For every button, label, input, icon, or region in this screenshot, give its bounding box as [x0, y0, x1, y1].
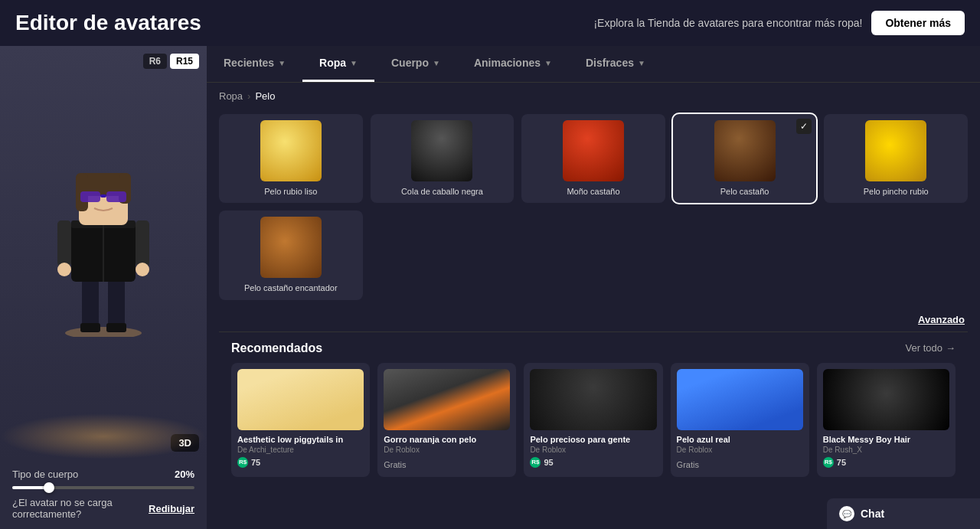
nav-tab-label-disfraces: Disfraces	[586, 57, 634, 69]
avatar-error-question: ¿El avatar no se carga correctamente?	[12, 497, 149, 520]
hair-name-pelo-pincho: Pelo pincho rubio	[864, 186, 929, 197]
slider-thumb	[44, 482, 54, 493]
redibujar-row: ¿El avatar no se carga correctamente? Re…	[12, 497, 194, 520]
robux-icon-aesthetic-low: R$	[237, 457, 248, 468]
badge-r6[interactable]: R6	[143, 54, 167, 69]
rec-img-gorro-naranja	[384, 369, 510, 430]
hair-img-cola-caballo	[411, 120, 472, 181]
rec-name-pelo-azul-real: Pelo azul real	[677, 435, 803, 444]
avatar-preview: R6 R15	[0, 46, 207, 459]
breadcrumb-ropa[interactable]: Ropa	[219, 90, 243, 102]
recommended-header: Recomendados Ver todo →	[231, 341, 956, 355]
nav-tab-label-ropa: Ropa	[319, 57, 346, 69]
hair-name-rubio-liso: Pelo rubio liso	[264, 186, 317, 197]
avanzado-row: Avanzado	[219, 311, 968, 331]
hair-item-pelo-pincho[interactable]: Pelo pincho rubio	[824, 114, 968, 203]
rec-img-pelo-azul-real	[677, 369, 803, 430]
rec-item-pelo-precioso[interactable]: Pelo precioso para gente De Roblox R$ 95	[524, 363, 662, 477]
nav-tab-chevron-animaciones: ▼	[544, 59, 552, 67]
svg-rect-1	[82, 279, 99, 329]
rec-price-pelo-azul-real: Gratis	[677, 460, 699, 469]
body-type-slider[interactable]	[12, 486, 194, 489]
ver-todo-arrow: →	[946, 342, 956, 354]
items-scroll-area[interactable]: Pelo rubio liso Cola de caballo negra Mo…	[207, 106, 980, 529]
rec-price-val-aesthetic-low: 75	[251, 458, 260, 467]
nav-tab-animaciones[interactable]: Animaciones▼	[457, 46, 569, 82]
rec-by-aesthetic-low: De Archi_tecture	[237, 446, 364, 454]
avanzado-button[interactable]: Avanzado	[918, 314, 965, 325]
left-panel: R6 R15	[0, 46, 207, 529]
rec-name-black-messy: Black Messy Boy Hair	[823, 435, 949, 444]
nav-tab-label-recientes: Recientes	[224, 57, 274, 69]
hair-name-cola-caballo: Cola de caballo negra	[401, 186, 483, 197]
chat-bar[interactable]: 💬 Chat	[827, 498, 980, 529]
hair-item-rubio-liso[interactable]: Pelo rubio liso	[219, 114, 363, 203]
avatar-figure	[42, 168, 165, 337]
svg-rect-3	[80, 323, 100, 332]
nav-tab-recientes[interactable]: Recientes▼	[207, 46, 302, 82]
hair-img-castano-encantador	[260, 217, 322, 278]
hair-name-mono-castano: Moño castaño	[567, 186, 619, 197]
obtener-mas-button[interactable]: Obtener más	[871, 11, 965, 35]
breadcrumb-pelo: Pelo	[255, 90, 275, 102]
rec-by-pelo-azul-real: De Roblox	[677, 446, 803, 454]
hair-item-pelo-castano[interactable]: ✓ Pelo castaño	[673, 114, 817, 203]
rec-name-gorro-naranja: Gorro naranja con pelo	[384, 435, 510, 444]
rec-img-aesthetic-low	[237, 369, 364, 430]
right-panel: Recientes▼Ropa▼Cuerpo▼Animaciones▼Disfra…	[207, 46, 980, 529]
hair-item-mono-castano[interactable]: Moño castaño	[521, 114, 665, 203]
breadcrumb: Ropa › Pelo	[207, 83, 980, 106]
nav-tab-cuerpo[interactable]: Cuerpo▼	[374, 46, 457, 82]
ver-todo-link[interactable]: Ver todo →	[906, 342, 956, 354]
badge-3d: 3D	[171, 434, 199, 452]
rec-by-gorro-naranja: De Roblox	[384, 446, 510, 454]
recommended-section: Recomendados Ver todo → Aesthetic low pi…	[219, 331, 968, 488]
page-title: Editor de avatares	[15, 11, 201, 35]
chat-icon: 💬	[839, 506, 854, 521]
slider-track	[12, 486, 194, 489]
recommended-title: Recomendados	[231, 341, 322, 355]
svg-rect-5	[57, 220, 71, 266]
top-bar-right: ¡Explora la Tienda de avatares para enco…	[593, 11, 965, 35]
hair-img-pelo-pincho	[865, 120, 926, 181]
svg-point-8	[136, 263, 149, 276]
nav-tab-chevron-cuerpo: ▼	[433, 59, 440, 67]
hair-img-mono-castano	[563, 120, 624, 181]
rec-img-pelo-precioso	[530, 369, 656, 430]
hair-img-rubio-liso	[260, 120, 322, 181]
nav-tab-chevron-ropa: ▼	[350, 59, 358, 67]
check-badge-pelo-castano: ✓	[796, 119, 812, 134]
nav-tab-disfraces[interactable]: Disfraces▼	[569, 46, 662, 82]
rec-img-black-messy	[823, 369, 949, 430]
svg-rect-17	[80, 191, 100, 202]
avatar-svg	[42, 168, 165, 337]
hair-item-cola-caballo[interactable]: Cola de caballo negra	[371, 114, 514, 203]
rec-price-black-messy: R$ 75	[823, 457, 949, 468]
rec-item-aesthetic-low[interactable]: Aesthetic low piggytails in De Archi_tec…	[231, 363, 370, 477]
recommended-grid: Aesthetic low piggytails in De Archi_tec…	[231, 363, 956, 488]
hair-name-castano-encantador: Pelo castaño encantador	[244, 282, 338, 293]
nav-tab-ropa[interactable]: Ropa▼	[302, 46, 374, 82]
chat-label: Chat	[861, 508, 884, 520]
rec-item-gorro-naranja[interactable]: Gorro naranja con pelo De Roblox Gratis	[377, 363, 516, 477]
body-type-badges: R6 R15	[143, 54, 199, 69]
rec-price-val-black-messy: 75	[837, 458, 846, 467]
rec-item-pelo-azul-real[interactable]: Pelo azul real De Roblox Gratis	[671, 363, 809, 477]
svg-rect-18	[106, 191, 126, 202]
explore-text: ¡Explora la Tienda de avatares para enco…	[593, 17, 862, 29]
rec-price-aesthetic-low: R$ 75	[237, 457, 364, 468]
rec-by-pelo-precioso: De Roblox	[530, 446, 656, 454]
nav-tab-chevron-recientes: ▼	[278, 59, 286, 67]
rec-name-pelo-precioso: Pelo precioso para gente	[530, 435, 656, 444]
redibujar-button[interactable]: Redibujar	[149, 503, 194, 514]
tipo-cuerpo-percent: 20%	[175, 469, 194, 480]
svg-rect-19	[100, 194, 106, 198]
ver-todo-text: Ver todo	[906, 342, 942, 354]
breadcrumb-separator: ›	[247, 90, 250, 102]
svg-rect-6	[136, 220, 149, 266]
hair-img-pelo-castano	[714, 120, 776, 181]
hair-item-castano-encantador[interactable]: Pelo castaño encantador	[219, 211, 363, 299]
svg-rect-2	[108, 279, 125, 329]
rec-item-black-messy[interactable]: Black Messy Boy Hair De Rush_X R$ 75	[817, 363, 956, 477]
badge-r15[interactable]: R15	[170, 54, 199, 69]
